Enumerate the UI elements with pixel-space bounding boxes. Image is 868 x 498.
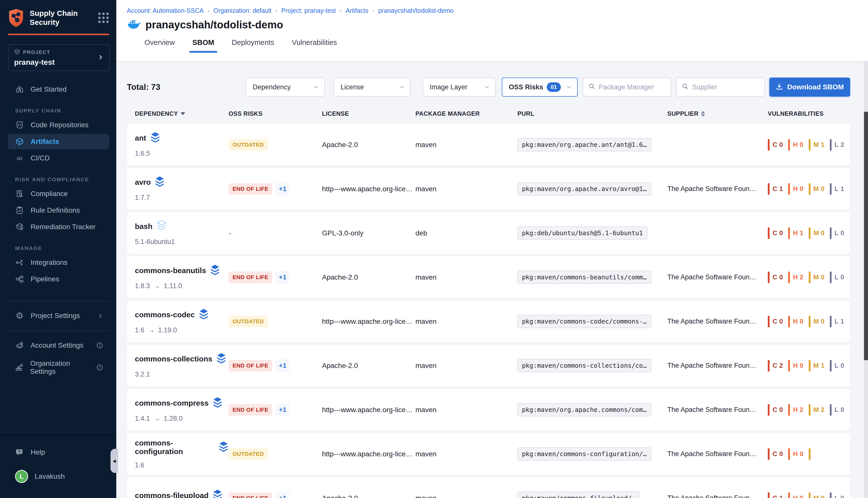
dependency-filter[interactable]: Dependency [246,78,325,97]
sidebar-item-remediation-tracker[interactable]: Remediation Tracker [8,219,109,235]
license-filter[interactable]: License [334,78,411,97]
sidebar-item-get-started[interactable]: Get Started [8,82,109,97]
tab-deployments[interactable]: Deployments [232,38,274,52]
column-header-package-manager[interactable]: PACKAGE MANAGER [415,110,517,117]
vuln-h-count: H2 [788,272,803,283]
sort-desc-icon [181,112,185,115]
sidebar-item-ci-cd[interactable]: ∞CI/CD [8,150,109,166]
dependency-name[interactable]: commons-fileupload [135,491,208,498]
sidebar-item-organization-settings[interactable]: Organization Settings [8,360,109,375]
purl-chip[interactable]: pkg:maven/org.apache.commons/com… [517,403,651,416]
risk-more-badge[interactable]: +1 [276,492,289,498]
column-header-license[interactable]: LICENSE [322,110,415,117]
topbar: Account: Automation-SSCA›Organization: d… [116,0,868,62]
vuln-m-count: M0 [809,272,825,283]
purl-chip[interactable]: pkg:maven/commons-codec/commons-… [517,315,651,328]
vuln-l-count: L1 [830,183,844,195]
supplier-cell: The Apache Software Foun… [667,273,768,281]
supplier-input[interactable] [692,83,759,91]
supplier-search[interactable] [676,78,765,97]
table-row[interactable]: commons-configuration 1.6 OUTDATED http-… [127,433,850,475]
risk-more-badge[interactable]: +1 [276,359,289,372]
vuln-m-count: M1 [809,360,825,371]
table-row[interactable]: bash 5.1-6ubuntu1 - GPL-3.0-only deb pkg… [127,212,850,254]
project-label: PROJECT [23,50,50,55]
sidebar-item-user[interactable]: L Lavakush [8,469,109,484]
infinity-icon: ∞ [15,154,24,163]
table-row[interactable]: commons-fileupload END OF LIFE+1 Apache-… [127,477,850,498]
sidebar-collapse-handle[interactable]: ◀ [111,449,118,473]
sidebar-item-code-repositories[interactable]: Code Repositories [8,117,109,133]
breadcrumb-link[interactable]: pranaycshah/todolist-demo [378,7,454,14]
dependency-name[interactable]: commons-collections [135,355,212,363]
table-row[interactable]: commons-compress 1.4.1→1.28.0 END OF LIF… [127,389,850,431]
dependency-name[interactable]: avro [135,178,151,186]
breadcrumb-link[interactable]: Project: pranay-test [281,7,336,14]
dependency-name[interactable]: commons-configuration [135,439,215,456]
dependency-name[interactable]: bash [135,222,153,231]
breadcrumb-link[interactable]: Account: Automation-SSCA [127,7,204,14]
risk-more-badge[interactable]: +1 [276,183,289,195]
breadcrumb-link[interactable]: Organization: default [213,7,272,14]
sidebar-item-account-settings[interactable]: Account Settings [8,338,109,353]
vuln-m-count: M0 [809,227,825,239]
app-switcher-icon[interactable] [98,13,109,23]
info-icon [96,342,103,349]
sidebar-item-rule-definitions[interactable]: Rule Definitions [8,202,109,218]
project-selector[interactable]: PROJECT pranay-test [8,44,110,71]
dependency-version: 1.6.5 [135,149,150,157]
sidebar-item-integrations[interactable]: Integrations [8,255,109,270]
package-manager-input[interactable] [599,83,666,91]
column-header-purl[interactable]: PURL [517,110,667,117]
sidebar-item-compliance[interactable]: Compliance [8,186,109,201]
table-row[interactable]: ant 1.6.5 OUTDATED Apache-2.0 maven pkg:… [127,124,850,166]
sidebar-item-help[interactable]: ? Help [8,445,109,460]
oss-risks-filter[interactable]: OSS Risks01 [502,78,578,97]
column-header-supplier[interactable]: SUPPLIER [667,110,768,117]
risk-more-badge[interactable]: +1 [276,403,289,416]
purl-chip[interactable]: pkg:maven/commons-configuration/… [517,447,651,461]
license-cell: http---www.apache.org-lice… [322,450,415,458]
sidebar-item-project-settings[interactable]: ⚙Project Settings [8,308,109,324]
dependency-name[interactable]: ant [135,134,146,142]
package-manager-cell: maven [415,450,517,458]
table-row[interactable]: commons-beanutils 1.8.3→1.11.0 END OF LI… [127,256,850,298]
dependency-name[interactable]: commons-codec [135,311,195,319]
chevron-down-icon [566,84,572,90]
purl-chip[interactable]: pkg:maven/commons-collections/co… [517,359,651,372]
table-row[interactable]: commons-codec 1.6→1.19.0 OUTDATED http--… [127,300,850,342]
breadcrumb-link[interactable]: Artifacts [346,7,368,14]
tab-sbom[interactable]: SBOM [192,38,214,52]
vuln-h-count: H1 [788,227,803,239]
nav-section-label: SUPPLY CHAIN [15,108,116,114]
vulnerabilities-cell: C0H0 [768,448,850,460]
supplier-cell: The Apache Software Foun… [667,317,768,325]
dependency-version: 1.4.1→1.28.0 [135,415,183,422]
column-header-vulnerabilities[interactable]: VULNERABILITIES [768,110,850,117]
dependency-name[interactable]: commons-compress [135,399,208,407]
package-manager-search[interactable] [583,78,671,97]
scrollbar-thumb[interactable] [864,112,868,360]
package-manager-cell: deb [415,229,517,237]
column-header-dependency[interactable]: DEPENDENCY [127,110,229,117]
sidebar-item-pipelines[interactable]: Pipelines [8,271,109,287]
purl-chip[interactable]: pkg:deb/ubuntu/bash@5.1-6ubuntu1 [517,226,647,240]
shield-logo-icon [8,9,24,27]
column-header-oss-risks[interactable]: OSS RISKS [229,110,322,117]
tab-overview[interactable]: Overview [144,38,175,52]
sidebar: Supply ChainSecurity PROJECT pranay-test… [0,0,116,498]
search-icon [682,83,689,92]
tab-vulnerabilities[interactable]: Vulnerabilities [292,38,337,52]
dependency-name[interactable]: commons-beanutils [135,266,206,275]
risk-more-badge[interactable]: +1 [276,271,289,284]
purl-chip[interactable]: pkg:maven/commons-beanutils/comm… [517,271,651,284]
purl-chip[interactable]: pkg:maven/org.apache.avro/avro@1… [517,182,651,196]
table-row[interactable]: commons-collections 3.2.1 END OF LIFE+1 … [127,345,850,386]
purl-chip[interactable]: pkg:maven/org.apache.ant/ant@1.6… [517,138,651,152]
download-sbom-button[interactable]: Download SBOM [769,78,850,97]
image-layer-filter[interactable]: Image Layer [423,78,496,97]
purl-chip[interactable]: pkg:maven/commons-fileupload/… [517,492,640,498]
scrollbar-track[interactable] [864,62,868,498]
table-row[interactable]: avro 1.7.7 END OF LIFE+1 http---www.apac… [127,168,850,210]
sidebar-item-artifacts[interactable]: Artifacts [8,134,109,149]
